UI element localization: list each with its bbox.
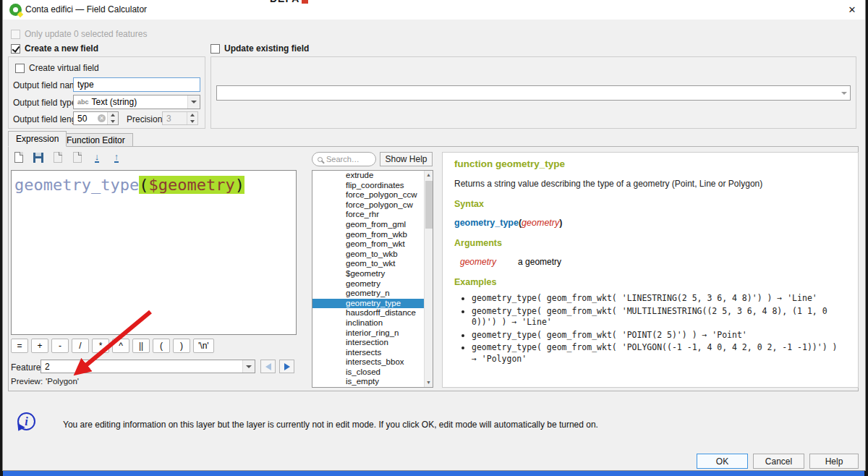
delete-icon xyxy=(73,152,82,163)
checkbox-box xyxy=(15,64,25,73)
output-field-length-value: 50 xyxy=(77,114,98,124)
function-list-item[interactable]: force_polygon_ccw xyxy=(312,190,433,200)
help-title: function geometry_type xyxy=(454,158,846,169)
precision-stepper: 3 xyxy=(162,111,198,125)
create-virtual-field-label: Create virtual field xyxy=(29,63,99,73)
scrollbar-thumb[interactable] xyxy=(425,181,433,229)
argument-description: a geometry xyxy=(518,257,561,267)
arrow-left-icon xyxy=(265,363,271,370)
show-help-button[interactable]: Show Help xyxy=(380,152,433,166)
preview-value: 'Polygon' xyxy=(46,377,79,386)
function-list-item[interactable]: geom_from_wkb xyxy=(312,230,433,240)
example-item: geometry_type( geom_from_wkt( 'POLYGON((… xyxy=(472,342,846,365)
existing-field-select xyxy=(216,85,851,101)
argument-name: geometry xyxy=(460,257,496,267)
function-search-box[interactable] xyxy=(312,152,376,166)
operator-power-button[interactable]: ^ xyxy=(112,339,129,353)
function-list-item[interactable]: force_rhr xyxy=(312,210,433,220)
operator-minus-button[interactable]: - xyxy=(51,339,69,353)
checkbox-box xyxy=(11,30,20,39)
expression-editor[interactable]: geometry_type($geometry) xyxy=(11,170,297,335)
stepper-arrows[interactable] xyxy=(107,112,118,124)
previous-feature-button xyxy=(260,360,276,373)
operator-open-paren-button[interactable]: ( xyxy=(153,339,170,353)
function-list-item[interactable]: intersects xyxy=(312,348,433,358)
function-list-item[interactable]: intersection xyxy=(312,338,433,348)
operator-divide-button[interactable]: / xyxy=(72,339,89,353)
function-list-item[interactable]: hausdorff_distance xyxy=(312,308,433,318)
save-icon xyxy=(33,153,43,163)
tab-expression[interactable]: Expression xyxy=(8,131,67,147)
operator-plus-button[interactable]: + xyxy=(31,339,48,353)
import-expressions-button[interactable] xyxy=(88,149,106,166)
qgis-logo-icon xyxy=(9,4,22,16)
expression-variable-token: $geometry xyxy=(148,176,234,194)
function-list-item[interactable]: geom_from_wkt xyxy=(312,239,433,250)
function-list-item[interactable]: geometry_n xyxy=(312,289,433,299)
help-button[interactable]: Help xyxy=(809,454,859,469)
update-existing-field-checkbox[interactable]: Update existing field xyxy=(210,43,309,54)
background-taskbar xyxy=(3,471,864,476)
expression-open-paren: ( xyxy=(139,176,148,194)
function-list-scrollbar[interactable] xyxy=(424,171,433,387)
function-list-item[interactable]: interior_ring_n xyxy=(312,328,433,339)
function-list-item[interactable]: extrude xyxy=(312,171,433,181)
export-expressions-button[interactable] xyxy=(108,149,125,166)
close-icon[interactable]: ✕ xyxy=(841,0,864,20)
output-field-name-input[interactable] xyxy=(73,77,200,92)
tab-function-editor[interactable]: Function Editor xyxy=(59,133,133,147)
function-list-item[interactable]: intersects_bbox xyxy=(312,357,433,367)
save-expression-button[interactable] xyxy=(30,149,47,166)
field-calculator-dialog: Conta edifici — Field Calculator ✕ DEFA … xyxy=(2,0,866,471)
output-field-type-select[interactable]: abc Text (string) xyxy=(73,95,200,109)
cancel-button[interactable]: Cancel xyxy=(753,454,804,469)
function-list-item[interactable]: geom_to_wkb xyxy=(312,250,433,260)
create-virtual-field-checkbox[interactable]: Create virtual field xyxy=(15,63,99,73)
next-feature-button[interactable] xyxy=(279,360,294,373)
desktop-background: Conta edifici — Field Calculator ✕ DEFA … xyxy=(0,0,868,476)
example-item: geometry_type( geom_from_wkt( 'LINESTRIN… xyxy=(472,293,846,305)
function-list-item[interactable]: geom_from_gml xyxy=(312,220,433,230)
function-list-item[interactable]: geom_to_wkt xyxy=(312,259,433,269)
help-description: Returns a string value describing the ty… xyxy=(454,179,846,189)
ok-button[interactable]: OK xyxy=(697,454,748,469)
clear-icon[interactable]: ✕ xyxy=(98,114,106,122)
edit-mode-message: You are editing information on this laye… xyxy=(63,420,598,430)
operator-equals-button[interactable]: = xyxy=(11,339,28,353)
scroll-down-icon[interactable] xyxy=(425,378,433,387)
edit-icon xyxy=(54,152,62,163)
operator-newline-button[interactable]: '\n' xyxy=(193,339,214,353)
titlebar: Conta edifici — Field Calculator ✕ xyxy=(3,0,865,20)
spin-down-icon[interactable] xyxy=(108,119,118,125)
update-existing-field-label: Update existing field xyxy=(224,43,309,54)
function-list-item[interactable]: is_empty xyxy=(312,377,433,387)
argument-row: geometry a geometry xyxy=(454,257,846,267)
function-list-item[interactable]: is_closed xyxy=(312,367,433,378)
operator-close-paren-button[interactable]: ) xyxy=(173,339,190,353)
spin-up-icon[interactable] xyxy=(108,112,118,119)
function-list-item[interactable]: geometry xyxy=(312,279,433,289)
feature-select[interactable]: 2 xyxy=(41,360,255,373)
background-window-artifact: DEFA xyxy=(270,0,322,5)
only-update-selected-label: Only update 0 selected features xyxy=(25,29,147,39)
scroll-up-icon[interactable] xyxy=(425,171,433,179)
arrow-right-icon xyxy=(284,363,290,370)
operator-concat-button[interactable]: || xyxy=(132,339,150,353)
new-expression-button[interactable] xyxy=(10,149,27,166)
output-field-type-label: Output field type xyxy=(13,98,76,108)
operator-multiply-button[interactable]: * xyxy=(92,339,109,353)
checkbox-box xyxy=(11,44,20,54)
function-list-item[interactable]: $geometry xyxy=(312,269,433,279)
background-red-fragment xyxy=(302,0,308,4)
function-list-item[interactable]: inclination xyxy=(312,318,433,328)
expression-function-token: geometry_type xyxy=(14,176,139,194)
checkbox-box xyxy=(210,44,220,54)
chevron-down-icon[interactable] xyxy=(187,95,200,109)
create-new-field-checkbox[interactable]: Create a new field xyxy=(11,43,98,54)
chevron-down-icon[interactable] xyxy=(242,360,255,373)
function-search-input[interactable] xyxy=(326,155,370,163)
function-list-item[interactable]: force_polygon_cw xyxy=(312,200,433,211)
function-list-item-selected[interactable]: geometry_type xyxy=(312,299,433,309)
output-field-length-stepper[interactable]: 50 ✕ xyxy=(73,111,119,125)
function-list-item[interactable]: flip_coordinates xyxy=(312,181,433,191)
